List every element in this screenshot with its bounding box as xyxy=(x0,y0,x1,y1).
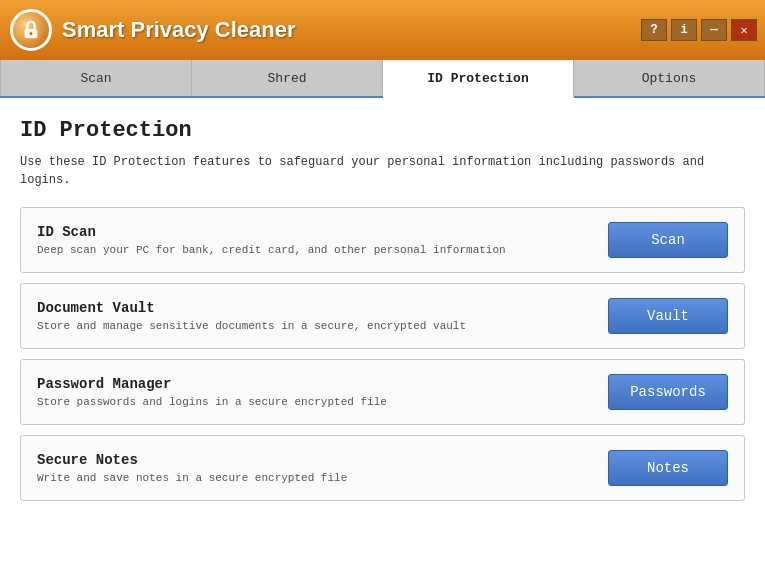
feature-btn-document-vault[interactable]: Vault xyxy=(608,298,728,334)
app-icon xyxy=(10,9,52,51)
minimize-button[interactable]: — xyxy=(701,19,727,41)
main-content: ID Protection Use these ID Protection fe… xyxy=(0,98,765,569)
titlebar: Smart Privacy Cleaner ? i — ✕ xyxy=(0,0,765,60)
feature-title-document-vault: Document Vault xyxy=(37,300,608,316)
feature-info-password-manager: Password ManagerStore passwords and logi… xyxy=(37,376,608,408)
feature-desc-id-scan: Deep scan your PC for bank, credit card,… xyxy=(37,244,608,256)
tab-options[interactable]: Options xyxy=(574,60,765,96)
feature-btn-id-scan[interactable]: Scan xyxy=(608,222,728,258)
features-list: ID ScanDeep scan your PC for bank, credi… xyxy=(20,207,745,501)
feature-btn-password-manager[interactable]: Passwords xyxy=(608,374,728,410)
svg-point-1 xyxy=(30,32,33,35)
feature-desc-password-manager: Store passwords and logins in a secure e… xyxy=(37,396,608,408)
page-title: ID Protection xyxy=(20,118,745,143)
page-description: Use these ID Protection features to safe… xyxy=(20,153,745,189)
app-title: Smart Privacy Cleaner xyxy=(62,17,296,43)
close-button[interactable]: ✕ xyxy=(731,19,757,41)
tab-idprotection[interactable]: ID Protection xyxy=(383,60,574,98)
feature-info-secure-notes: Secure NotesWrite and save notes in a se… xyxy=(37,452,608,484)
help-button[interactable]: ? xyxy=(641,19,667,41)
feature-desc-document-vault: Store and manage sensitive documents in … xyxy=(37,320,608,332)
feature-title-secure-notes: Secure Notes xyxy=(37,452,608,468)
feature-title-id-scan: ID Scan xyxy=(37,224,608,240)
feature-row-secure-notes: Secure NotesWrite and save notes in a se… xyxy=(20,435,745,501)
lock-icon xyxy=(20,19,42,41)
tab-shred[interactable]: Shred xyxy=(192,60,383,96)
tab-scan[interactable]: Scan xyxy=(0,60,192,96)
feature-desc-secure-notes: Write and save notes in a secure encrypt… xyxy=(37,472,608,484)
feature-row-id-scan: ID ScanDeep scan your PC for bank, credi… xyxy=(20,207,745,273)
feature-info-id-scan: ID ScanDeep scan your PC for bank, credi… xyxy=(37,224,608,256)
feature-info-document-vault: Document VaultStore and manage sensitive… xyxy=(37,300,608,332)
feature-btn-secure-notes[interactable]: Notes xyxy=(608,450,728,486)
feature-row-document-vault: Document VaultStore and manage sensitive… xyxy=(20,283,745,349)
tab-bar: Scan Shred ID Protection Options xyxy=(0,60,765,98)
info-button[interactable]: i xyxy=(671,19,697,41)
feature-title-password-manager: Password Manager xyxy=(37,376,608,392)
window-controls: ? i — ✕ xyxy=(641,19,757,41)
feature-row-password-manager: Password ManagerStore passwords and logi… xyxy=(20,359,745,425)
